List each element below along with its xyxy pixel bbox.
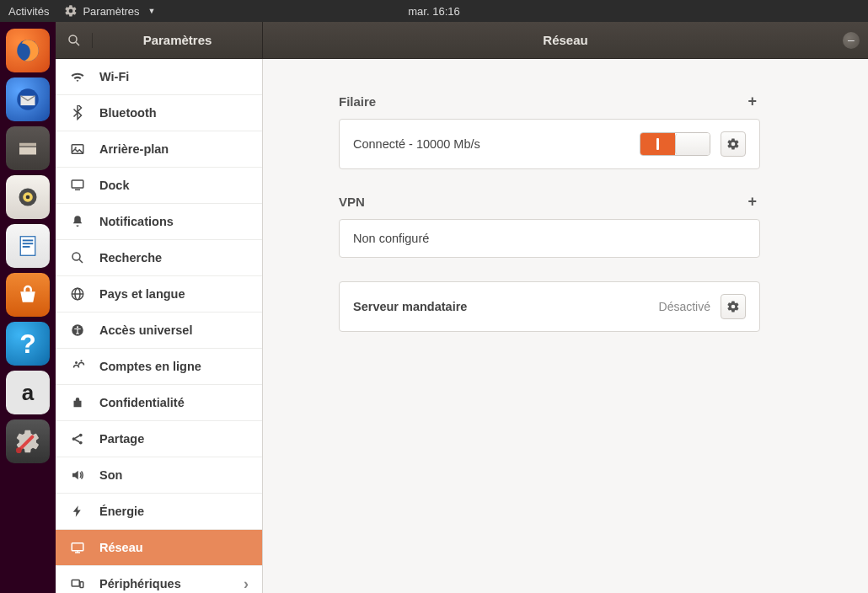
sidebar-item-accounts[interactable]: Comptes en ligne xyxy=(56,349,262,385)
svg-point-24 xyxy=(77,326,78,328)
sidebar-item-bell[interactable]: Notifications xyxy=(56,204,262,240)
sidebar-item-power[interactable]: Énergie xyxy=(56,494,262,530)
svg-rect-34 xyxy=(80,582,83,588)
sidebar-item-network[interactable]: Réseau xyxy=(56,530,262,566)
sidebar-item-devices[interactable]: Périphériques› xyxy=(56,566,262,593)
close-button[interactable]: – xyxy=(843,32,860,49)
sidebar-item-label: Notifications xyxy=(99,215,174,228)
launcher-settings[interactable] xyxy=(6,419,50,463)
clock[interactable]: mar. 16:16 xyxy=(408,5,459,18)
search-icon xyxy=(69,250,86,265)
sidebar-item-label: Arrière-plan xyxy=(99,142,169,156)
gear-icon xyxy=(64,4,78,18)
proxy-section: Serveur mandataire Désactivé xyxy=(339,281,760,332)
chevron-down-icon: ▼ xyxy=(148,7,156,15)
sidebar-item-dock[interactable]: Dock xyxy=(56,168,262,204)
wired-settings-button[interactable] xyxy=(721,131,746,157)
globe-icon xyxy=(69,286,86,302)
bluetooth-icon xyxy=(69,105,86,120)
svg-rect-9 xyxy=(23,243,34,244)
sound-icon xyxy=(69,467,86,483)
wired-status: Connecté - 10000 Mb/s xyxy=(353,137,630,151)
sidebar-item-label: Périphériques xyxy=(99,577,181,590)
launcher-files[interactable] xyxy=(6,126,50,170)
svg-point-26 xyxy=(80,360,82,361)
sidebar-item-label: Pays et langue xyxy=(99,287,185,301)
background-icon xyxy=(69,142,86,157)
activities-button[interactable]: Activités xyxy=(8,5,49,18)
gear-icon xyxy=(726,137,740,151)
sidebar-item-search[interactable]: Recherche xyxy=(56,240,262,276)
proxy-status: Désactivé xyxy=(659,300,710,313)
bell-icon xyxy=(69,214,86,229)
chevron-right-icon: › xyxy=(244,575,249,593)
sidebar-item-privacy[interactable]: Confidentialité xyxy=(56,385,262,421)
search-icon xyxy=(67,33,82,48)
sidebar-item-label: Confidentialité xyxy=(99,396,185,409)
svg-point-12 xyxy=(69,35,77,43)
launcher-amazon[interactable]: a xyxy=(6,371,50,414)
sidebar-item-globe[interactable]: Pays et langue xyxy=(56,276,262,313)
share-icon xyxy=(69,431,86,446)
wired-section: Filaire + Connecté - 10000 Mb/s xyxy=(339,93,760,169)
accounts-icon xyxy=(69,359,86,374)
accessibility-icon xyxy=(69,323,86,338)
headerbar: Paramètres Réseau – xyxy=(56,22,868,59)
settings-sidebar: Wi-FiBluetoothArrière-planDockNotificati… xyxy=(56,59,263,593)
add-wired-button[interactable]: + xyxy=(744,93,760,110)
wired-title: Filaire xyxy=(339,94,376,109)
sidebar-item-label: Dock xyxy=(99,179,129,192)
proxy-row[interactable]: Serveur mandataire Désactivé xyxy=(340,282,759,331)
gear-icon xyxy=(726,300,740,313)
sidebar-item-background[interactable]: Arrière-plan xyxy=(56,131,262,168)
launcher-writer[interactable] xyxy=(6,224,50,268)
svg-point-11 xyxy=(16,447,22,453)
minus-icon: – xyxy=(848,34,855,45)
svg-line-13 xyxy=(76,42,79,45)
sidebar-item-label: Réseau xyxy=(99,541,143,554)
launcher-help[interactable]: ? xyxy=(6,322,50,366)
svg-rect-30 xyxy=(72,543,83,551)
devices-icon xyxy=(69,576,86,591)
add-vpn-button[interactable]: + xyxy=(744,193,760,211)
svg-rect-2 xyxy=(19,143,36,147)
dock-icon xyxy=(69,178,86,193)
svg-rect-3 xyxy=(19,147,36,155)
sidebar-item-label: Bluetooth xyxy=(99,106,157,120)
svg-point-18 xyxy=(72,253,80,260)
svg-point-6 xyxy=(26,195,30,200)
vpn-section: VPN + Non configuré xyxy=(339,193,760,258)
sidebar-item-label: Son xyxy=(99,468,122,482)
svg-rect-8 xyxy=(23,240,34,242)
launcher-firefox[interactable] xyxy=(6,29,50,72)
plus-icon: + xyxy=(747,93,757,110)
sidebar-item-accessibility[interactable]: Accès universel xyxy=(56,313,262,349)
panel-title: Réseau xyxy=(543,33,587,47)
wired-toggle[interactable] xyxy=(640,132,710,156)
sidebar-item-share[interactable]: Partage xyxy=(56,421,262,457)
search-button[interactable] xyxy=(56,33,93,48)
sidebar-item-label: Énergie xyxy=(99,505,144,518)
launcher-software[interactable] xyxy=(6,273,50,317)
plus-icon: + xyxy=(747,193,757,210)
proxy-title: Serveur mandataire xyxy=(353,300,649,313)
sidebar-item-bluetooth[interactable]: Bluetooth xyxy=(56,95,262,131)
system-topbar: Activités Paramètres ▼ mar. 16:16 xyxy=(0,0,868,22)
sidebar-item-label: Comptes en ligne xyxy=(99,360,201,373)
svg-point-25 xyxy=(75,361,78,364)
launcher-thunderbird[interactable] xyxy=(6,77,50,121)
sidebar-item-sound[interactable]: Son xyxy=(56,457,262,494)
svg-rect-16 xyxy=(72,180,83,188)
svg-rect-10 xyxy=(23,246,30,248)
launcher-rhythmbox[interactable] xyxy=(6,175,50,219)
proxy-settings-button[interactable] xyxy=(721,294,746,319)
sidebar-item-label: Partage xyxy=(99,432,144,446)
sidebar-item-wifi[interactable]: Wi-Fi xyxy=(56,59,262,95)
app-menu-label: Paramètres xyxy=(83,5,139,18)
sidebar-title: Paramètres xyxy=(93,33,262,47)
app-menu[interactable]: Paramètres ▼ xyxy=(64,4,155,18)
svg-line-19 xyxy=(79,259,83,263)
vpn-title: VPN xyxy=(339,195,365,209)
vpn-status: Non configuré xyxy=(353,232,746,245)
wifi-icon xyxy=(69,69,86,84)
